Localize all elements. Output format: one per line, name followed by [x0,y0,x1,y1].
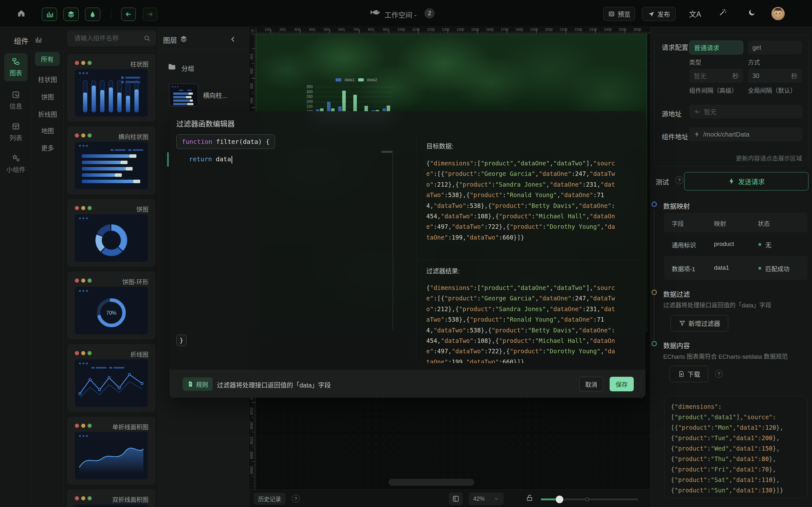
send-request-label: 发送请求 [738,176,765,186]
ruler-label: 2300 [589,27,597,32]
divider [416,133,416,363]
zoom-level-select[interactable]: 42% [469,493,504,505]
request-type-select[interactable]: 普通请求 [689,41,743,55]
table-icon [12,122,20,130]
y-axis-tick: 200 [304,100,313,104]
global-interval-input[interactable]: 30 秒 [748,69,802,83]
publish-button[interactable]: 发布 [642,7,676,21]
card-thumbnail [75,504,148,507]
zoom-slider-thumb[interactable] [556,496,563,503]
layer-panel-title: 图层 [163,35,177,45]
mapping-table: 字段 映射 状态 通用标识 product 无 数据项-1 data1 匹配成功 [664,213,808,280]
search-icon[interactable] [143,35,151,42]
layer-item-thumbnail[interactable] [169,83,198,107]
prism-mode-button[interactable] [85,8,100,21]
ruler-label: 800 [368,27,374,32]
ruler-label: 2700 [250,437,253,444]
category-bar[interactable]: 柱状图 [32,75,63,84]
component-card[interactable]: 折线图 [67,344,155,412]
dark-mode-moon-icon[interactable] [748,8,756,16]
content-json-preview[interactable]: {"dimensions": ["product","data1"],"sour… [664,396,808,498]
source-url-input[interactable]: 暂无 [689,105,802,118]
category-line[interactable]: 折线图 [32,110,63,119]
target-data-label: 目标数据: [426,141,454,151]
ruler-label: 300 [250,83,253,89]
request-method-select[interactable]: get [748,41,802,55]
traffic-dot-red [75,279,79,283]
tab-widgets[interactable]: 小组件 [4,150,28,178]
save-button[interactable]: 保存 [610,377,634,391]
code-editor-line[interactable]: return data [189,155,232,164]
unit-label: 秒 [791,71,798,80]
home-icon[interactable] [16,9,26,18]
avatar[interactable] [771,7,785,20]
horizontal-scrollbar[interactable] [389,479,474,486]
help-icon[interactable]: ? [292,495,300,503]
ruler-label: 2100 [560,27,567,32]
table-row[interactable]: 通用标识 product 无 [664,232,808,256]
preview-button[interactable]: 预览 [603,7,635,21]
traffic-dot-green [88,279,92,283]
traffic-dot-yellow [81,351,85,355]
tab-info[interactable]: A 信息 [4,87,28,114]
help-icon[interactable]: ? [715,370,723,378]
traffic-dot-red [75,424,79,428]
add-filter-button[interactable]: 新增过滤器 [670,315,728,331]
category-map[interactable]: 地图 [32,126,63,135]
category-all[interactable]: 所有 [35,52,60,66]
component-card[interactable]: 柱状图 [67,54,155,122]
timeline-line [654,295,654,340]
traffic-dot-red [75,133,79,137]
request-config-label: 请求配置 [662,42,688,52]
language-icon[interactable]: 文A [689,8,701,19]
table-row[interactable]: 数据项-1 data1 匹配成功 [664,256,808,280]
layer-group-item[interactable]: 分组 [182,64,194,73]
component-search [67,31,156,46]
redo-button[interactable] [143,8,157,21]
cancel-button[interactable]: 取消 [579,377,603,391]
editor-scrollbar[interactable] [392,153,393,330]
tab-list[interactable]: 列表 [4,118,28,146]
tab-label: 小组件 [6,165,26,174]
magic-wand-icon[interactable] [719,8,727,16]
download-button[interactable]: 下载 [670,366,708,382]
data-content-section-label: 数据内容 [663,340,690,350]
type-label: 类型 [689,58,701,66]
history-button[interactable]: 历史记录 [254,493,286,505]
category-more[interactable]: 更多 [32,143,63,153]
interval-placeholder: 暂无 [694,71,706,80]
detail-panel-toggle-button[interactable] [449,493,463,505]
component-card[interactable]: 饼图-环形 70% [67,272,155,339]
zoom-slider[interactable] [541,498,638,500]
category-pie[interactable]: 饼图 [32,92,63,101]
send-request-button[interactable]: 发送请求 [684,172,809,190]
card-thumbnail: 70% [75,287,148,334]
undo-button[interactable] [121,8,136,21]
layers-mode-button[interactable] [63,8,79,21]
chevron-down-icon [494,496,499,502]
legend-label: data2 [367,77,377,82]
traffic-dot-yellow [81,496,85,500]
collapse-chevron-left-icon[interactable] [229,35,237,43]
text-info-icon: A [12,91,20,99]
search-input[interactable] [74,31,142,46]
component-interval-input[interactable]: 暂无 秒 [689,69,743,83]
traffic-dot-green [88,61,92,65]
tab-charts[interactable]: 图表 [4,53,28,81]
interval-value: 30 [752,72,759,79]
ruler-label: 300 [294,27,300,32]
component-card[interactable]: 饼图 [67,199,155,267]
help-icon[interactable]: ? [675,176,683,184]
component-card[interactable]: 单折线面积图 [67,417,155,485]
document-download-icon [678,371,685,377]
unlock-icon[interactable] [525,494,534,502]
component-card[interactable]: 双折线面积图 [67,489,155,507]
chart-mode-button[interactable] [42,8,57,21]
component-url-input[interactable]: /mock/chartData [689,127,802,141]
source-url-label: 源地址 [662,109,681,118]
card-title: 饼图-环形 [122,277,148,286]
filter-note: 过滤器将处理接口返回值的「data」字段 [217,380,331,389]
layer-item-label[interactable]: 横向柱... [203,91,227,100]
y-axis-tick: 300 [304,90,313,94]
component-card[interactable]: 横向柱状图 [67,126,155,194]
